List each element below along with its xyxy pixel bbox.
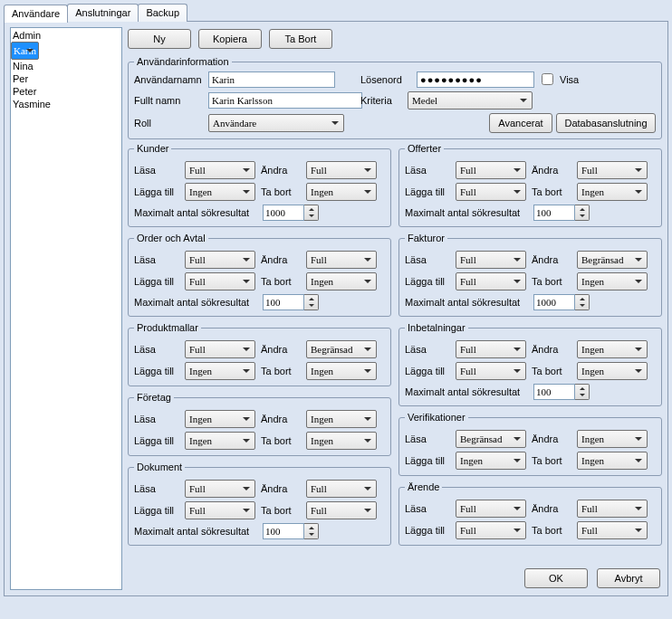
ok-button[interactable]: OK	[524, 568, 588, 588]
perm-max-input[interactable]	[263, 523, 304, 539]
spinner-down[interactable]	[575, 302, 589, 310]
user-list-item[interactable]: Nina	[11, 60, 121, 72]
perm-add-select[interactable]: Ingen	[185, 362, 255, 380]
perm-add-select[interactable]: Full	[185, 501, 255, 519]
perm-add-select[interactable]: Ingen	[185, 183, 255, 201]
fullname-input[interactable]	[208, 92, 362, 109]
perm-max-input[interactable]	[533, 294, 575, 310]
perm-delete-select[interactable]: Ingen	[306, 272, 377, 290]
perm-delete-select[interactable]: Full	[306, 501, 377, 519]
perm-delete-select[interactable]: Ingen	[577, 452, 648, 470]
perm-read-select[interactable]: Full	[456, 251, 526, 269]
perm-max-spinner[interactable]	[263, 294, 319, 310]
perm-change-select[interactable]: Full	[577, 161, 648, 179]
spinner-up[interactable]	[575, 295, 589, 302]
spinner-up[interactable]	[304, 295, 318, 302]
perm-delete-select[interactable]: Ingen	[577, 183, 648, 201]
perm-label: Ta bort	[532, 525, 571, 536]
perm-read-select[interactable]: Full	[456, 340, 526, 358]
user-list-item[interactable]: Per	[11, 72, 121, 85]
user-list-item[interactable]: Peter	[11, 85, 121, 98]
perm-read-select[interactable]: Full	[456, 500, 526, 518]
password-input[interactable]	[417, 71, 534, 88]
perm-add-select[interactable]: Full	[456, 521, 526, 539]
spinner-down[interactable]	[304, 213, 318, 220]
dbconnection-button[interactable]: Databasanslutning	[556, 113, 656, 133]
perm-label: Lägga till	[405, 455, 450, 466]
perm-read-select[interactable]: Full	[185, 161, 255, 179]
perm-add-select[interactable]: Full	[456, 183, 526, 201]
perm-legend: Kunder	[134, 143, 171, 154]
show-password-check[interactable]	[542, 73, 553, 85]
perm-change-select[interactable]: Ingen	[577, 340, 648, 358]
perm-read-select[interactable]: Full	[456, 161, 526, 179]
perm-read-select[interactable]: Full	[185, 340, 255, 358]
perm-label: Ändra	[532, 165, 571, 176]
spinner-up[interactable]	[304, 524, 318, 531]
copy-button[interactable]: Kopiera	[198, 29, 262, 49]
perm-add-select[interactable]: Full	[456, 362, 526, 380]
perm-max-input[interactable]	[263, 294, 304, 310]
user-list-item[interactable]: Admin	[11, 29, 121, 42]
perm-change-select[interactable]: Ingen	[577, 430, 648, 448]
perm-delete-select[interactable]: Ingen	[577, 272, 648, 290]
perm-add-select[interactable]: Full	[185, 272, 255, 290]
perm-max-label: Maximalt antal sökresultat	[134, 207, 257, 218]
perm-max-input[interactable]	[533, 384, 575, 400]
perm-label: Lägga till	[134, 186, 179, 197]
perm-delete-select[interactable]: Ingen	[577, 362, 648, 380]
perm-add-select[interactable]: Full	[456, 272, 526, 290]
spinner-up[interactable]	[304, 205, 318, 213]
perm-max-spinner[interactable]	[263, 523, 319, 539]
perm-read-select[interactable]: Ingen	[185, 410, 255, 428]
tab-connections[interactable]: Anslutningar	[67, 4, 139, 22]
delete-button[interactable]: Ta Bort	[269, 29, 332, 49]
perm-read-select[interactable]: Begränsad	[456, 430, 526, 448]
perm-read-select[interactable]: Full	[185, 480, 255, 498]
perm-add-select[interactable]: Ingen	[456, 452, 526, 470]
perm-read-select[interactable]: Full	[185, 251, 255, 269]
user-list-item[interactable]: Yasmine	[11, 98, 121, 110]
perm-delete-select[interactable]: Ingen	[306, 432, 377, 450]
tab-backup[interactable]: Backup	[138, 4, 187, 22]
perm-delete-select[interactable]: Ingen	[306, 183, 377, 201]
perm-label: Ta bort	[261, 186, 301, 197]
perm-max-input[interactable]	[533, 205, 575, 221]
perm-change-select[interactable]: Full	[306, 480, 377, 498]
spinner-down[interactable]	[304, 302, 318, 310]
spinner-up[interactable]	[575, 205, 589, 213]
user-list[interactable]: AdminKarinNinaPerPeterYasmine	[10, 27, 122, 590]
criteria-select[interactable]: Medel	[408, 91, 533, 110]
cancel-button[interactable]: Avbryt	[597, 568, 660, 588]
spinner-down[interactable]	[304, 531, 318, 538]
perm-change-select[interactable]: Full	[306, 251, 377, 269]
perm-max-label: Maximalt antal sökresultat	[134, 526, 257, 537]
tab-users[interactable]: Användare	[4, 5, 68, 23]
perm-add-select[interactable]: Ingen	[185, 432, 255, 450]
role-select[interactable]: Användare	[208, 114, 344, 132]
perm-max-spinner[interactable]	[533, 294, 590, 310]
perm-change-select[interactable]: Begränsad	[306, 340, 377, 358]
perm-group-fakturor: FakturorLäsaFullÄndraBegränsadLägga till…	[398, 233, 662, 317]
advanced-button[interactable]: Avancerat	[489, 113, 552, 133]
perm-max-spinner[interactable]	[533, 205, 590, 221]
spinner-down[interactable]	[575, 392, 589, 399]
perm-delete-select[interactable]: Ingen	[306, 362, 377, 380]
perm-label: Lägga till	[405, 366, 450, 376]
new-button[interactable]: Ny	[128, 29, 191, 49]
username-input[interactable]	[208, 71, 335, 88]
perm-change-select[interactable]: Ingen	[306, 410, 377, 428]
perm-max-spinner[interactable]	[533, 384, 590, 400]
perm-change-select[interactable]: Full	[306, 161, 377, 179]
perm-max-input[interactable]	[263, 205, 304, 221]
perm-label: Lägga till	[405, 276, 450, 287]
perm-max-spinner[interactable]	[263, 205, 319, 221]
user-list-item[interactable]: Karin	[11, 42, 39, 60]
perm-change-select[interactable]: Begränsad	[577, 251, 648, 269]
perm-group-verifikationer: VerifikationerLäsaBegränsadÄndraIngenLäg…	[398, 412, 662, 476]
perm-delete-select[interactable]: Full	[577, 521, 648, 539]
show-password-checkbox[interactable]: Visa	[538, 71, 579, 88]
spinner-up[interactable]	[575, 385, 589, 392]
perm-change-select[interactable]: Full	[577, 500, 648, 518]
spinner-down[interactable]	[575, 213, 589, 220]
